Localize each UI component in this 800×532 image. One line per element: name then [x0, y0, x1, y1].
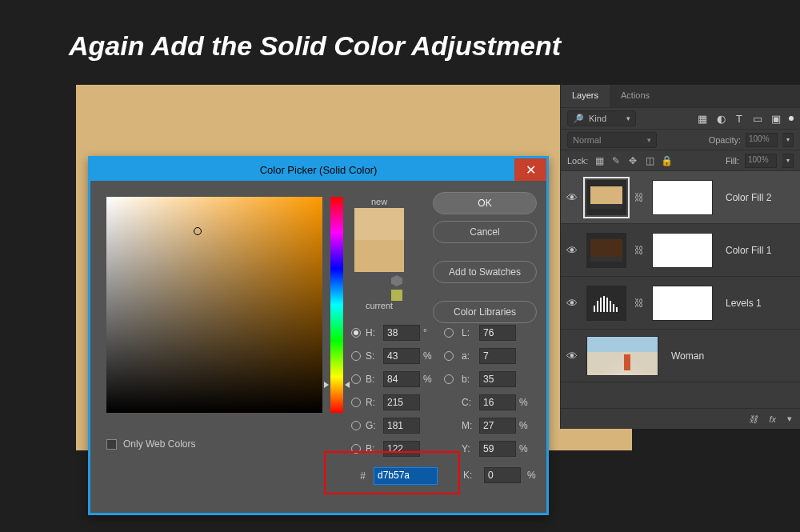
- search-icon: 🔎: [573, 114, 584, 124]
- radio-b-hsb[interactable]: [351, 374, 361, 384]
- radio-g[interactable]: [351, 421, 361, 430]
- radio-b-lab[interactable]: [444, 374, 454, 384]
- visibility-eye-icon[interactable]: 👁: [566, 244, 578, 257]
- opacity-label: Opacity:: [709, 135, 741, 145]
- swatch-current[interactable]: [354, 240, 404, 272]
- color-values-grid: H: 38 ° L: 76 S: 43 % a: 7 B: 84 % b: 35: [351, 325, 543, 457]
- fill-input[interactable]: 100%: [745, 154, 777, 168]
- web-safe-icon[interactable]: [391, 290, 402, 301]
- svg-rect-7: [613, 304, 614, 312]
- layer-row[interactable]: 👁 ⛓ Color Fill 1: [561, 224, 800, 277]
- unit-k: %: [527, 470, 536, 481]
- radio-a[interactable]: [444, 351, 454, 361]
- filter-toggle-icon[interactable]: [789, 116, 794, 121]
- unit-y: %: [519, 443, 537, 454]
- layer-name[interactable]: Levels 1: [726, 298, 762, 309]
- label-y: Y:: [462, 443, 476, 454]
- visibility-eye-icon[interactable]: 👁: [566, 191, 578, 204]
- input-h[interactable]: 38: [383, 325, 420, 341]
- fill-label: Fill:: [726, 156, 739, 166]
- filter-smart-icon[interactable]: ▣: [770, 113, 782, 124]
- filter-adjust-icon[interactable]: ◐: [715, 113, 726, 124]
- lock-artboard-icon[interactable]: ◫: [644, 155, 655, 166]
- figure-silhouette: [624, 354, 630, 370]
- color-libraries-button[interactable]: Color Libraries: [433, 301, 537, 323]
- close-button[interactable]: ✕: [514, 158, 546, 181]
- input-b-lab[interactable]: 35: [479, 371, 516, 387]
- input-g[interactable]: 181: [383, 418, 420, 434]
- lock-all-icon[interactable]: 🔒: [661, 155, 672, 166]
- input-k[interactable]: 0: [484, 467, 521, 483]
- layer-thumbnail[interactable]: [586, 233, 626, 268]
- visibility-eye-icon[interactable]: 👁: [566, 350, 578, 362]
- lock-transparent-icon[interactable]: ▦: [594, 155, 605, 166]
- dialog-title: Color Picker (Solid Color): [260, 164, 378, 176]
- ok-button[interactable]: OK: [433, 192, 537, 214]
- radio-r[interactable]: [351, 398, 361, 407]
- layer-name[interactable]: Color Fill 1: [726, 245, 771, 256]
- blend-mode-dropdown[interactable]: Normal ▾: [567, 132, 657, 148]
- tab-layers[interactable]: Layers: [561, 85, 610, 107]
- color-chip: [590, 239, 622, 262]
- chevron-down-icon[interactable]: ▾: [787, 414, 792, 424]
- input-c[interactable]: 16: [479, 394, 516, 410]
- opacity-stepper[interactable]: ▾: [782, 133, 794, 147]
- cancel-button[interactable]: Cancel: [433, 221, 537, 243]
- add-to-swatches-button[interactable]: Add to Swatches: [433, 261, 537, 283]
- link-icon[interactable]: ⛓: [634, 245, 644, 256]
- input-s[interactable]: 43: [383, 348, 420, 364]
- filter-type-icon[interactable]: T: [734, 113, 745, 124]
- link-icon[interactable]: ⛓: [634, 192, 644, 203]
- layer-mask-thumbnail[interactable]: [652, 233, 713, 268]
- layer-name[interactable]: Woman: [671, 350, 704, 362]
- svg-rect-2: [597, 301, 598, 312]
- label-g: G:: [366, 420, 380, 431]
- layer-thumbnail[interactable]: [586, 180, 626, 215]
- hue-slider[interactable]: [330, 197, 343, 413]
- layer-list: 👁 ⛓ Color Fill 2 👁 ⛓ Color Fill 1 👁: [561, 171, 800, 408]
- filter-shape-icon[interactable]: ▭: [752, 113, 763, 124]
- unit-m: %: [519, 420, 537, 431]
- layer-row[interactable]: 👁 ⛓ Color Fill 2: [561, 171, 800, 224]
- layer-thumbnail[interactable]: [586, 336, 658, 376]
- opacity-input[interactable]: 100%: [746, 133, 778, 147]
- checkbox-icon: [106, 439, 117, 450]
- radio-s[interactable]: [351, 351, 361, 361]
- only-web-colors-checkbox[interactable]: Only Web Colors: [106, 438, 195, 450]
- layer-thumbnail[interactable]: [586, 286, 626, 321]
- layer-row[interactable]: 👁 Woman: [561, 330, 800, 382]
- lock-brush-icon[interactable]: ✎: [610, 155, 622, 166]
- dialog-titlebar[interactable]: Color Picker (Solid Color) ✕: [90, 158, 546, 181]
- cube-icon[interactable]: [391, 275, 402, 286]
- saturation-brightness-field[interactable]: [106, 197, 322, 413]
- link-layers-icon[interactable]: ⛓: [749, 414, 758, 424]
- panel-tabs: Layers Actions: [561, 85, 800, 107]
- visibility-eye-icon[interactable]: 👁: [566, 297, 578, 310]
- layers-panel: Layers Actions 🔎 Kind ▾ ▦ ◐ T ▭ ▣ Normal…: [560, 85, 800, 429]
- label-k: K:: [463, 470, 478, 481]
- filter-pixel-icon[interactable]: ▦: [697, 113, 708, 124]
- lock-move-icon[interactable]: ✥: [627, 155, 638, 166]
- radio-l[interactable]: [444, 328, 454, 338]
- radio-h[interactable]: [351, 328, 361, 338]
- layer-kind-dropdown[interactable]: 🔎 Kind ▾: [567, 110, 636, 126]
- input-l[interactable]: 76: [479, 325, 516, 341]
- input-r[interactable]: 215: [383, 394, 420, 410]
- fx-icon[interactable]: fx: [769, 414, 776, 424]
- tab-actions[interactable]: Actions: [610, 85, 661, 107]
- panel-footer: ⛓ fx ▾: [561, 408, 800, 429]
- layer-mask-thumbnail[interactable]: [652, 180, 713, 215]
- input-y[interactable]: 59: [479, 441, 516, 457]
- label-h: H:: [366, 327, 380, 338]
- svg-rect-4: [603, 296, 605, 312]
- label-s: S:: [366, 350, 380, 362]
- layer-name[interactable]: Color Fill 2: [726, 192, 771, 203]
- link-icon[interactable]: ⛓: [634, 298, 644, 309]
- layer-mask-thumbnail[interactable]: [652, 286, 713, 321]
- input-b-hsb[interactable]: 84: [383, 371, 420, 387]
- input-m[interactable]: 27: [479, 418, 516, 434]
- input-a[interactable]: 7: [479, 348, 516, 364]
- layer-row[interactable]: 👁 ⛓ Levels 1: [561, 277, 800, 330]
- swatch-new: [354, 208, 404, 240]
- fill-stepper[interactable]: ▾: [782, 154, 794, 168]
